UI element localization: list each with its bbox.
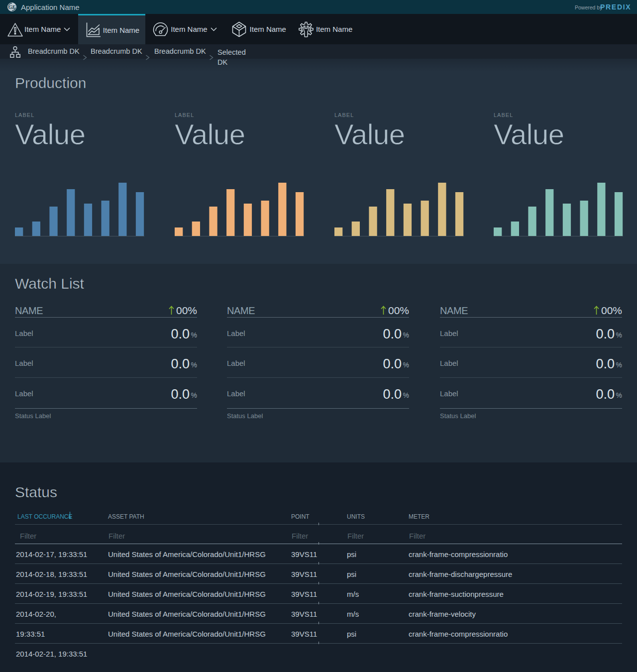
svg-text:GE: GE xyxy=(8,4,16,10)
